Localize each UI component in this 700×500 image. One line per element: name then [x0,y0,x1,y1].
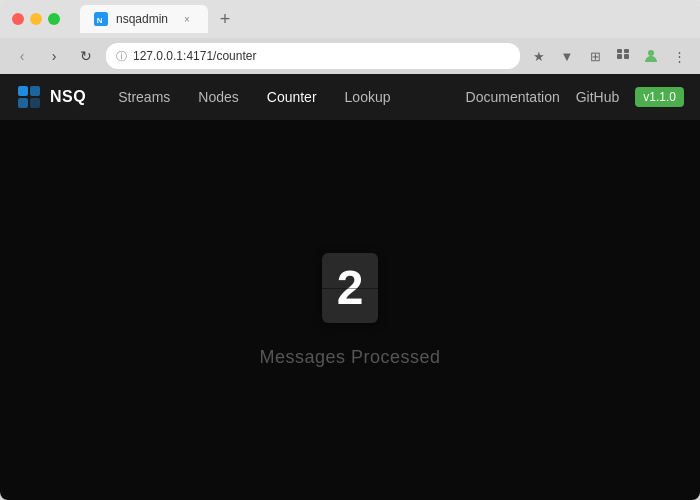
svg-point-6 [648,50,654,56]
nsq-logo-text: NSQ [50,88,86,106]
tab-bar: N nsqadmin × + [80,5,688,33]
svg-rect-4 [617,49,622,53]
browser-window: N nsqadmin × + ‹ › ↻ ⓘ 127.0.0.1:4171/co… [0,0,700,500]
address-bar[interactable]: ⓘ 127.0.0.1:4171/counter [106,43,520,69]
address-url: 127.0.0.1:4171/counter [133,49,256,63]
svg-rect-5 [624,49,629,53]
reader-icon[interactable]: ▼ [556,45,578,67]
minimize-button[interactable] [30,13,42,25]
svg-rect-9 [18,98,28,108]
browser-tab[interactable]: N nsqadmin × [80,5,208,33]
nav-lookup[interactable]: Lookup [333,83,403,111]
grid-icon[interactable]: ⊞ [584,45,606,67]
tab-close-button[interactable]: × [180,12,194,26]
version-badge: v1.1.0 [635,87,684,107]
svg-rect-10 [30,98,40,108]
extension-icon[interactable] [612,45,634,67]
counter-digit: 2 [322,253,378,323]
nsq-logo[interactable]: NSQ [16,84,86,110]
tab-favicon-icon: N [94,12,108,26]
nav-nodes[interactable]: Nodes [186,83,250,111]
svg-rect-8 [30,86,40,96]
maximize-button[interactable] [48,13,60,25]
app-nav: NSQ Streams Nodes Counter Lookup Documen… [0,74,700,120]
address-lock-icon: ⓘ [116,49,127,64]
documentation-link[interactable]: Documentation [466,89,560,105]
nav-right: Documentation GitHub v1.1.0 [466,87,684,107]
close-button[interactable] [12,13,24,25]
forward-button[interactable]: › [42,44,66,68]
menu-icon[interactable]: ⋮ [668,45,690,67]
github-link[interactable]: GitHub [576,89,620,105]
refresh-button[interactable]: ↻ [74,44,98,68]
main-content: 2 Messages Processed [0,120,700,500]
browser-toolbar: ‹ › ↻ ⓘ 127.0.0.1:4171/counter ★ ▼ ⊞ [0,38,700,74]
svg-rect-2 [617,54,622,59]
nav-streams[interactable]: Streams [106,83,182,111]
svg-rect-7 [18,86,28,96]
counter-display: 2 [322,253,378,323]
nav-links: Streams Nodes Counter Lookup [106,83,465,111]
nsq-logo-icon [16,84,42,110]
tab-title: nsqadmin [116,12,168,26]
toolbar-actions: ★ ▼ ⊞ ⋮ [528,45,690,67]
nav-counter[interactable]: Counter [255,83,329,111]
browser-titlebar: N nsqadmin × + [0,0,700,38]
svg-text:N: N [97,16,103,25]
messages-processed-label: Messages Processed [259,347,440,368]
bookmark-icon[interactable]: ★ [528,45,550,67]
back-button[interactable]: ‹ [10,44,34,68]
svg-rect-3 [624,54,629,59]
new-tab-button[interactable]: + [212,6,238,32]
profile-icon[interactable] [640,45,662,67]
traffic-lights [12,13,60,25]
